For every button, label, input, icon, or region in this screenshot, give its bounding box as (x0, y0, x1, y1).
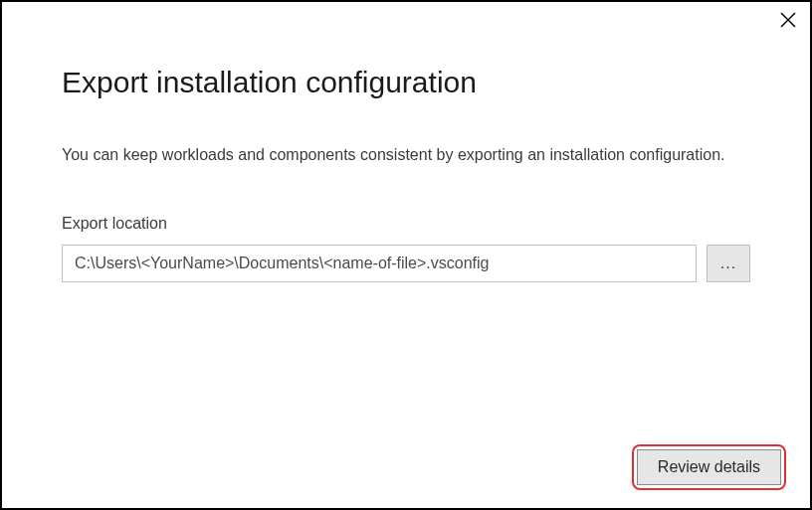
dialog-description: You can keep workloads and components co… (62, 143, 750, 167)
export-location-input[interactable] (62, 245, 697, 282)
export-location-label: Export location (62, 215, 750, 233)
review-details-button[interactable]: Review details (637, 449, 781, 485)
close-button[interactable] (776, 8, 800, 32)
export-config-dialog: Export installation configuration You ca… (0, 0, 812, 510)
close-icon (780, 12, 796, 28)
dialog-footer: Review details (632, 444, 786, 490)
dialog-title: Export installation configuration (62, 66, 750, 99)
export-location-row: ... (62, 245, 750, 282)
dialog-content: Export installation configuration You ca… (2, 2, 810, 282)
review-highlight: Review details (632, 444, 786, 490)
browse-button[interactable]: ... (707, 245, 750, 282)
